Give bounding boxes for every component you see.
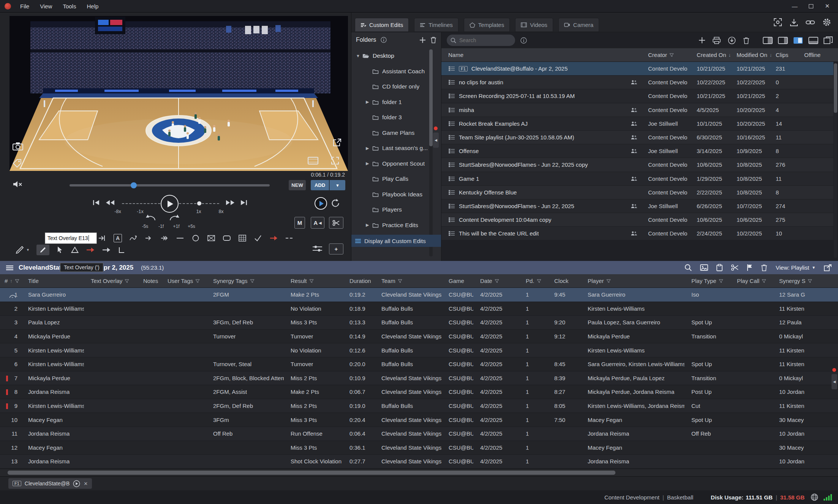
filter-icon[interactable] xyxy=(808,279,812,283)
clips-column-header[interactable]: Date xyxy=(476,278,521,284)
clip-row[interactable]: 2Kirsten Lewis-WilliamsNo Violation0:18.… xyxy=(0,302,838,316)
gear-icon[interactable] xyxy=(822,18,831,27)
maximize-button[interactable] xyxy=(809,4,813,8)
view-selector[interactable]: View: Playlist▼ xyxy=(776,264,816,271)
folder-item[interactable]: Play Calls xyxy=(351,171,428,187)
filter-icon[interactable] xyxy=(195,279,200,283)
folders-scrollbar[interactable] xyxy=(429,49,433,256)
angle-tool-icon[interactable] xyxy=(118,246,125,254)
folder-item[interactable]: ▶Last season's g... xyxy=(351,141,428,156)
filter-icon[interactable] xyxy=(309,279,314,283)
live-button[interactable] xyxy=(315,197,327,210)
text-tool-icon[interactable]: A xyxy=(114,234,122,242)
letterbox-view-icon[interactable] xyxy=(308,157,318,164)
edits-table-row[interactable]: Game 1Content Develo1/29/202510/8/202511 xyxy=(441,172,833,186)
column-clips[interactable]: Clips xyxy=(771,52,800,58)
layout-split-icon[interactable] xyxy=(763,37,773,44)
edits-table-row[interactable]: SturtSabres@NorwoodFlames - Jun 22, 2025… xyxy=(441,158,833,172)
filter-icon[interactable] xyxy=(537,279,541,283)
clips-column-header[interactable]: Title xyxy=(24,278,86,284)
rect-x-tool-icon[interactable] xyxy=(207,234,215,242)
menu-help[interactable]: Help xyxy=(81,3,104,9)
popout-icon[interactable] xyxy=(824,264,832,271)
folder-item[interactable]: Playbook Ideas xyxy=(351,187,428,202)
filter-icon[interactable] xyxy=(125,279,129,283)
edits-table-row[interactable]: This will be the Create URL editContent … xyxy=(441,227,833,240)
clip-row[interactable]: 3Paula Lopez3FGm, Def RebMiss 3 Pts0:13.… xyxy=(0,316,838,330)
rounded-rect-tool-icon[interactable] xyxy=(223,234,231,242)
layout-active-icon[interactable] xyxy=(793,37,803,44)
folder-item[interactable]: folder 3 xyxy=(351,110,428,125)
tab-templates[interactable]: Templates xyxy=(464,18,510,32)
clip-row[interactable]: 10Macey Fegan3FGmMiss 3 Pts0:20.4Clevela… xyxy=(0,413,838,427)
rewind-icon[interactable] xyxy=(105,199,115,206)
layout-right-icon[interactable] xyxy=(778,37,788,44)
search-info-icon[interactable] xyxy=(520,37,527,44)
jump-forward-icon[interactable] xyxy=(168,214,182,222)
line-tool-icon[interactable] xyxy=(176,234,184,242)
cursor-tool-icon[interactable] xyxy=(56,246,64,254)
globe-icon[interactable] xyxy=(811,493,818,501)
forward-icon[interactable] xyxy=(225,199,235,206)
filter-icon[interactable] xyxy=(606,279,611,283)
clip-row[interactable]: 9Kirsten Lewis-Williams2FGm, Def RebMiss… xyxy=(0,399,838,413)
folder-item[interactable]: ▶Opponent Scout xyxy=(351,156,428,172)
column-modified-on[interactable]: Modified On↓ xyxy=(732,52,771,58)
arrow-icon[interactable] xyxy=(145,234,153,242)
clips-column-header[interactable]: Pd. xyxy=(521,278,550,284)
edits-table-row[interactable]: OffenseJoe Stillwell3/14/202510/9/20258 xyxy=(441,144,833,158)
clip-row[interactable]: 5Kirsten Lewis-WilliamsNo Violation0:12.… xyxy=(0,343,838,357)
expand-arrow-icon[interactable]: ▶ xyxy=(366,223,372,228)
capture-icon[interactable] xyxy=(773,18,782,27)
close-tab-icon[interactable]: ✕ xyxy=(84,481,88,487)
clip-row[interactable]: 13Jordana ReismaShot Clock Violation0:27… xyxy=(0,455,838,469)
filter-icon[interactable] xyxy=(495,279,499,283)
horizontal-scrollbar[interactable] xyxy=(0,469,838,476)
edits-table-row[interactable]: Team Site playlist (Jun-30-2025 10.58.05… xyxy=(441,131,833,144)
close-button[interactable]: ✕ xyxy=(825,3,830,9)
clip-row[interactable]: 11Jordana ReismaOff RebRun Offense0:06.4… xyxy=(0,427,838,441)
edits-table-row[interactable]: Screen Recording 2025-07-11 at 10.53.19 … xyxy=(441,89,833,103)
dash-tool-icon[interactable] xyxy=(285,234,293,242)
expand-arrow-icon[interactable]: ▶ xyxy=(366,146,372,151)
edits-table-row[interactable]: Kentucky Offense BlueContent Develo2/22/… xyxy=(441,186,833,199)
search-field[interactable] xyxy=(459,37,505,43)
pen-tool-icon[interactable]: ▼ xyxy=(15,245,30,254)
folder-item[interactable]: Game Plans xyxy=(351,125,428,141)
column-creator[interactable]: Creator xyxy=(644,52,692,58)
folder-item[interactable]: Assistant Coach xyxy=(351,64,428,79)
clips-column-header[interactable]: Play Type xyxy=(687,278,732,284)
filter-icon[interactable] xyxy=(250,279,255,283)
add-button[interactable]: ADD xyxy=(311,180,329,190)
skip-start-icon[interactable] xyxy=(92,199,100,206)
red-arrow-icon[interactable] xyxy=(86,246,95,253)
check-tool-icon[interactable] xyxy=(254,234,262,242)
add-folder-icon[interactable] xyxy=(419,37,426,43)
clips-column-header[interactable]: Text Overlay xyxy=(86,278,139,284)
grid-tool-icon[interactable] xyxy=(238,234,247,242)
insert-arrow-icon[interactable] xyxy=(98,234,106,242)
camera-icon[interactable] xyxy=(13,142,23,151)
new-edit-icon[interactable] xyxy=(699,37,705,44)
hamburger-icon[interactable] xyxy=(6,265,13,270)
play-circle-icon[interactable] xyxy=(73,480,80,487)
scissors-button[interactable] xyxy=(329,217,343,229)
search-input[interactable] xyxy=(447,35,515,46)
clip-row[interactable]: 8Jordana Reisma2FGM, AssistMake 2 Pts0:0… xyxy=(0,385,838,399)
edits-table-row[interactable]: no clips for austinContent Develo10/22/2… xyxy=(441,76,833,89)
info-icon[interactable] xyxy=(381,37,387,43)
clips-column-header[interactable]: User Tags xyxy=(163,278,209,284)
play-button[interactable] xyxy=(161,195,179,213)
marker-button[interactable]: M xyxy=(294,217,305,229)
clips-column-header[interactable]: Result xyxy=(286,278,345,284)
mute-icon[interactable] xyxy=(13,180,22,188)
expand-arrow-icon[interactable]: ▶ xyxy=(366,161,372,166)
column-created-on[interactable]: Created On↓ xyxy=(692,52,732,58)
download-circle-icon[interactable] xyxy=(728,36,736,44)
tab-timelines[interactable]: Timelines xyxy=(414,18,459,32)
scrollbar-thumb[interactable] xyxy=(8,471,615,475)
folder-item[interactable]: ▶Practice Edits xyxy=(351,218,428,233)
link-icon[interactable] xyxy=(806,19,815,26)
menu-file[interactable]: File xyxy=(15,3,35,9)
edits-table-row[interactable]: Content Development 10:04am copyContent … xyxy=(441,213,833,227)
